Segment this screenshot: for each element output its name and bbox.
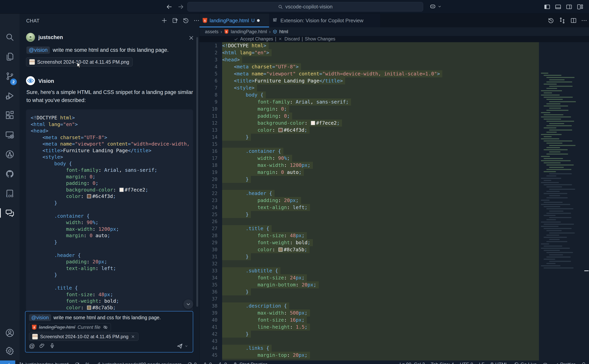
microphone-icon[interactable] (49, 343, 56, 349)
chat-view-icon[interactable] (5, 208, 14, 218)
input-attachment-pill[interactable]: Screenshot 2024-10-02 at 4.11.45 PM.png (29, 332, 139, 341)
commit-graph-icon[interactable] (5, 150, 14, 159)
run-debug-icon[interactable] (5, 91, 14, 100)
line-number: 15 (199, 141, 222, 148)
copilot-menu[interactable] (430, 3, 442, 10)
breadcrumb-separator: › (220, 29, 222, 35)
line-number: 22 (199, 190, 222, 197)
output-log-icon[interactable]: LOG (5, 189, 14, 198)
svg-text:LOG: LOG (6, 194, 13, 198)
attach-file-icon[interactable] (39, 343, 45, 349)
status-item[interactable]: 0 (203, 360, 212, 364)
chat-code-line: text-align: left; (31, 265, 193, 272)
code-line: 35 margin-bottom: 20px; (199, 281, 589, 288)
status-item[interactable]: {}HTML (490, 360, 508, 364)
github-icon[interactable] (5, 169, 14, 179)
toggle-sidebar-icon[interactable] (544, 4, 551, 10)
compare-changes-icon[interactable] (559, 17, 566, 24)
status-item[interactable]: Start Practice... (233, 360, 271, 364)
extensions-icon[interactable] (5, 110, 14, 120)
chat-history-icon[interactable] (182, 17, 189, 24)
breadcrumb-folder[interactable]: assets (205, 29, 218, 34)
tab-label: Extension: Vision for Copilot Preview (280, 18, 363, 24)
status-item[interactable] (581, 360, 586, 364)
line-number: 44 (199, 345, 222, 352)
chat-input-text[interactable]: @vision write me some html and css for t… (29, 314, 161, 321)
toggle-secondary-sidebar-icon[interactable] (566, 4, 573, 10)
mention-context-icon[interactable]: @ (29, 343, 35, 349)
eye-off-icon[interactable] (103, 325, 108, 330)
activity-bar: 2 LOG (0, 14, 20, 360)
line-number: 1 (199, 42, 222, 49)
chat-code-line: } (31, 272, 193, 278)
scroll-to-bottom-button[interactable] (183, 299, 193, 309)
status-item[interactable]: UTF-8 (460, 360, 473, 364)
remote-explorer-icon[interactable] (5, 130, 14, 139)
line-number: 39 (199, 310, 222, 317)
discard-x-icon (278, 37, 283, 41)
git-untracked-badge: U (251, 18, 255, 23)
user-avatar (26, 33, 35, 42)
back-arrow-icon[interactable] (166, 4, 172, 10)
explorer-icon[interactable] (5, 52, 14, 61)
current-file-context-pill[interactable]: 5 landingPage.html Current file (29, 323, 111, 331)
editor-code-area[interactable]: 1<!DOCTYPE html>2<html lang="en">3<head>… (199, 42, 589, 360)
search-sidebar-icon[interactable] (5, 32, 14, 42)
status-item[interactable]: justschen/vscode#90 needs reviewers (96, 360, 182, 364)
tab-extension-preview[interactable]: Extension: Vision for Copilot Preview (269, 14, 381, 27)
remove-attachment-icon[interactable] (131, 334, 135, 339)
active-view-indicator (0, 208, 1, 218)
chat-code-line: max-width: 1200px; (31, 226, 193, 233)
line-number: 6 (199, 77, 222, 84)
status-item[interactable] (543, 360, 548, 364)
status-item[interactable]: Go Live (514, 360, 537, 364)
new-chat-icon[interactable] (161, 17, 168, 24)
sync-icon (74, 362, 79, 364)
tab-label: landingPage.html (210, 18, 249, 24)
show-changes-link[interactable]: Show Changes (305, 36, 335, 42)
line-number: 20 (199, 176, 222, 183)
status-item[interactable] (74, 360, 79, 364)
tab-landing-page[interactable]: 5 landingPage.html U (199, 14, 269, 27)
status-item[interactable]: LF (479, 360, 484, 364)
line-number: 45 (199, 352, 222, 359)
more-actions-icon[interactable] (193, 17, 200, 24)
toggle-panel-icon[interactable] (555, 4, 562, 10)
status-item[interactable]: justin/readme-bump* (19, 360, 69, 364)
chat-input-box[interactable]: @vision write me some html and css for t… (25, 311, 193, 352)
minimap[interactable] (539, 71, 589, 364)
breadcrumb-symbol[interactable]: html (279, 29, 288, 34)
close-message-icon[interactable] (188, 35, 194, 41)
code-line: 39 max-width: 500px; (199, 310, 589, 317)
open-chat-in-editor-icon[interactable] (172, 17, 178, 24)
chat-scrollbar[interactable] (196, 37, 198, 307)
status-item[interactable]: % (86, 360, 90, 364)
code-line: 13 color: #6c4f3d; (199, 127, 589, 134)
accept-changes-link[interactable]: Accept Changes (240, 36, 273, 42)
timeline-history-icon[interactable] (548, 17, 555, 24)
line-number: 10 (199, 105, 222, 112)
unsaved-dot-icon[interactable] (257, 19, 260, 22)
remote-indicator[interactable] (0, 360, 15, 364)
editor-more-actions-icon[interactable] (581, 17, 588, 24)
settings-gear-icon[interactable] (5, 346, 14, 356)
status-item[interactable]: 0 (187, 360, 197, 364)
send-button[interactable] (176, 343, 188, 349)
discard-link[interactable]: Discard (285, 36, 300, 42)
command-center-search[interactable]: vscode-copilot-vision (187, 2, 423, 12)
breadcrumb-file[interactable]: landingPage.html (231, 29, 267, 34)
color-swatch (278, 128, 283, 132)
status-item[interactable]: Prettier (554, 360, 575, 364)
line-number: 34 (199, 274, 222, 281)
customize-layout-icon[interactable] (576, 4, 583, 10)
account-icon[interactable] (5, 328, 14, 338)
status-item[interactable]: 0 (218, 360, 227, 364)
forward-arrow-icon[interactable] (178, 4, 184, 10)
context-file-label: Current file (77, 325, 100, 330)
code-line: 22 .header { (199, 190, 589, 197)
status-item[interactable]: Ln 90, Col 2 (399, 360, 425, 364)
line-number: 3 (199, 56, 222, 63)
vision-mention[interactable]: @vision (26, 46, 50, 54)
split-editor-icon[interactable] (570, 17, 577, 24)
status-item[interactable]: Tab Size: 4 (431, 360, 454, 364)
